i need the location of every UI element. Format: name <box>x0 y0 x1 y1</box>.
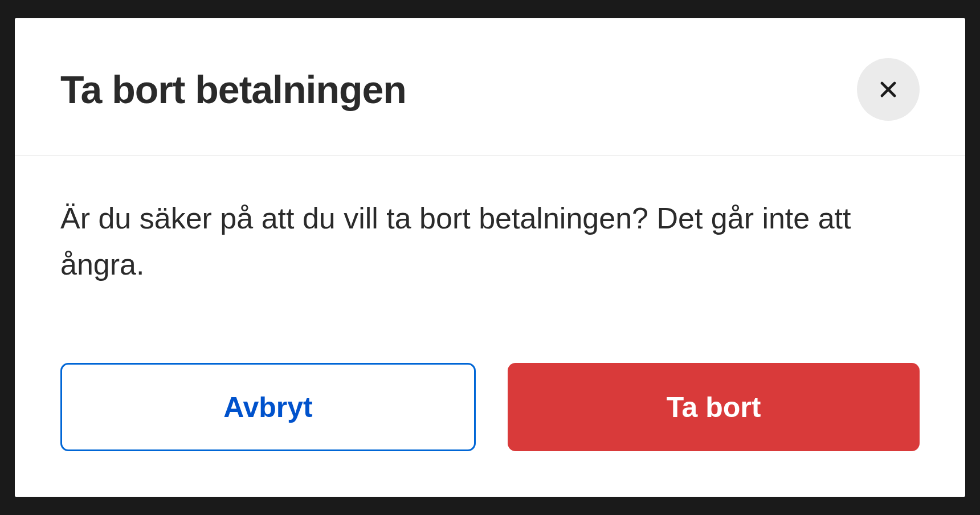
close-button[interactable] <box>857 58 920 121</box>
close-icon <box>877 79 899 100</box>
modal-footer: Avbryt Ta bort <box>15 363 965 497</box>
confirmation-modal: Ta bort betalningen Är du säker på att d… <box>15 18 965 497</box>
modal-message: Är du säker på att du vill ta bort betal… <box>60 195 920 287</box>
modal-header: Ta bort betalningen <box>15 18 965 156</box>
modal-title: Ta bort betalningen <box>60 67 406 112</box>
modal-body: Är du säker på att du vill ta bort betal… <box>15 156 965 363</box>
cancel-button[interactable]: Avbryt <box>60 363 476 451</box>
confirm-delete-button[interactable]: Ta bort <box>508 363 920 451</box>
